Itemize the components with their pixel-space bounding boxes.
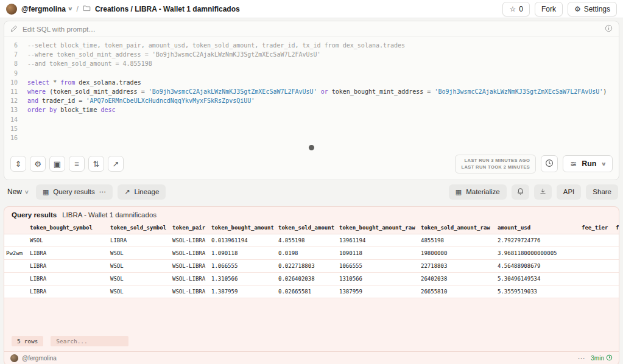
results-title-row: Query results LIBRA - Wallet 1 damnifica…	[4, 207, 619, 222]
table-row[interactable]: Pw2wmLIBRAWSOLWSOL-LIBRA1.0901180.019810…	[4, 247, 619, 259]
run-engine-icon: ≋	[570, 159, 577, 169]
export-query-button[interactable]: ↗	[108, 156, 124, 172]
column-header[interactable]: token_sold_amount	[273, 222, 334, 234]
expand-editor-button[interactable]: ⇕	[10, 156, 26, 172]
table-cell: 1066555	[334, 259, 416, 272]
column-header[interactable]: token_bought_amount	[206, 222, 273, 234]
column-header[interactable]: token_bought_amount_raw	[334, 222, 416, 234]
code-line[interactable]: 15	[4, 124, 619, 133]
download-icon	[539, 187, 547, 197]
chevron-down-icon[interactable]: ∨	[600, 161, 606, 167]
code-line[interactable]: 16	[4, 133, 619, 142]
table-row[interactable]: LIBRAWSOLWSOL-LIBRA1.3105660.02640203813…	[4, 272, 619, 285]
editor-settings-gear-button[interactable]: ⚙	[30, 156, 46, 172]
format-query-button[interactable]: ▣	[49, 156, 65, 172]
alerts-button[interactable]	[512, 184, 529, 200]
code-line[interactable]: 10select * from dex_solana.trades	[4, 78, 619, 87]
editor-tool-buttons: ⇕⚙▣≡⇅↗	[10, 156, 124, 172]
code-line[interactable]: 9	[4, 69, 619, 78]
code-line[interactable]: 11where (token_sold_mint_address = 'Bo9j…	[4, 87, 619, 96]
tab-query-results[interactable]: ▦ Query results ⋯	[36, 184, 113, 200]
folder-icon	[83, 4, 91, 14]
table-cell: WSOL-LIBRA	[167, 234, 206, 247]
table-cell: 22718803	[416, 259, 493, 272]
code-line[interactable]: 12and trader_id = 'APQ7oERMnCbeULXcHudnc…	[4, 96, 619, 105]
fork-button[interactable]: Fork	[535, 2, 563, 16]
chevron-down-icon: ∨	[24, 189, 29, 195]
top-bar: @fergmolina ∨ / Creations / LIBRA - Wall…	[0, 0, 623, 18]
table-cell: LIBRA	[25, 247, 105, 259]
parameters-button[interactable]: ⇅	[88, 156, 104, 172]
schedule-clock-button[interactable]	[541, 155, 558, 172]
row-count-badge: 5 rows	[12, 336, 43, 346]
editor-resize-handle[interactable]	[4, 144, 619, 151]
table-cell: WSOL	[105, 247, 167, 259]
fork-label: Fork	[541, 5, 556, 13]
line-number: 16	[4, 133, 18, 142]
column-header[interactable]: token_sold_amount_raw	[416, 222, 493, 234]
table-row[interactable]: LIBRAWSOLWSOL-LIBRA1.0665550.02271880310…	[4, 259, 619, 272]
table-row[interactable]: LIBRAWSOLWSOL-LIBRA1.3879590.02665581138…	[4, 285, 619, 298]
results-footer: @fergmolina ⋯ 3min	[4, 351, 619, 364]
breadcrumb-title[interactable]: Creations / LIBRA - Wallet 1 damnificado…	[95, 5, 240, 13]
table-row[interactable]: WSOLLIBRAWSOL-LIBRA0.0139611944.85519813…	[4, 234, 619, 247]
code-line[interactable]: 14	[4, 115, 619, 124]
table-cell: WSOL	[105, 259, 167, 272]
sql-editor[interactable]: 6--select block_time, token_pair, amount…	[4, 37, 619, 144]
column-header[interactable]: fee_tier	[577, 222, 611, 234]
column-header[interactable]: fee	[611, 222, 619, 234]
table-cell: 4855198	[416, 234, 493, 247]
top-actions: ☆ 0 Fork ⚙ Settings	[502, 2, 617, 16]
line-number: 15	[4, 124, 18, 133]
username-menu[interactable]: @fergmolina ∨	[21, 5, 72, 13]
table-grid-icon: ▦	[43, 188, 49, 196]
table-cell: 1.387959	[206, 285, 273, 298]
results-table-container[interactable]: token_bought_symboltoken_sold_symboltoke…	[4, 222, 619, 298]
table-cell: 1310566	[334, 272, 416, 285]
info-icon[interactable]	[605, 24, 613, 33]
username-label: @fergmolina	[21, 5, 66, 13]
star-button[interactable]: ☆ 0	[502, 2, 529, 16]
line-number: 8	[4, 59, 18, 68]
query-editor-panel: Edit SQL with prompt… 6--select block_ti…	[4, 21, 619, 180]
query-outline-button[interactable]: ≡	[69, 156, 85, 172]
code-line[interactable]: 6--select block_time, token_pair, amount…	[4, 41, 619, 50]
sql-prompt-bar[interactable]: Edit SQL with prompt…	[4, 21, 619, 37]
column-header[interactable]: token_sold_symbol	[105, 222, 167, 234]
column-header[interactable]: amount_usd	[493, 222, 577, 234]
table-cell: WSOL-LIBRA	[167, 285, 206, 298]
table-cell: 1090118	[334, 247, 416, 259]
export-results-button[interactable]	[534, 184, 552, 200]
api-button[interactable]: API	[557, 184, 582, 200]
results-search-input[interactable]	[51, 336, 128, 346]
table-cell: LIBRA	[25, 272, 105, 285]
code-line[interactable]: 13order by block_time desc	[4, 105, 619, 114]
format-query-icon: ▣	[54, 159, 61, 169]
tab-lineage[interactable]: ↗ Lineage	[118, 184, 166, 200]
table-cell: 1387959	[334, 285, 416, 298]
user-avatar[interactable]	[6, 4, 17, 15]
code-line[interactable]: 8--and token_sold_amount = 4.855198	[4, 59, 619, 68]
table-cell	[611, 285, 619, 298]
path-separator: /	[77, 5, 79, 13]
line-number: 14	[4, 115, 18, 124]
share-button[interactable]: Share	[586, 184, 618, 200]
settings-button[interactable]: ⚙ Settings	[568, 2, 617, 16]
column-header[interactable]: token_pair	[167, 222, 206, 234]
more-options-dots-icon[interactable]: ⋯	[577, 354, 585, 363]
pencil-icon	[10, 25, 18, 33]
tabs-right-actions: ▦ Materialize API Share	[449, 184, 618, 200]
materialize-button[interactable]: ▦ Materialize	[449, 184, 507, 200]
runtime-clock-icon	[606, 354, 613, 362]
editor-toolbar: ⇕⚙▣≡⇅↗ LAST RUN 3 MINUTES AGO LAST RUN T…	[4, 151, 619, 180]
tab-options-dots-icon[interactable]: ⋯	[99, 187, 107, 196]
column-header[interactable]	[4, 222, 25, 234]
line-number: 6	[4, 41, 18, 50]
table-cell: 3.9681180000000005	[493, 247, 577, 259]
parameters-icon: ⇅	[93, 159, 100, 169]
new-tab-button[interactable]: New ∨	[5, 187, 31, 196]
run-button[interactable]: ≋ Run ∨	[563, 155, 613, 172]
column-header[interactable]: token_bought_symbol	[25, 222, 105, 234]
table-cell	[577, 247, 611, 259]
code-line[interactable]: 7--where token_sold_mint_address = 'Bo9j…	[4, 50, 619, 59]
